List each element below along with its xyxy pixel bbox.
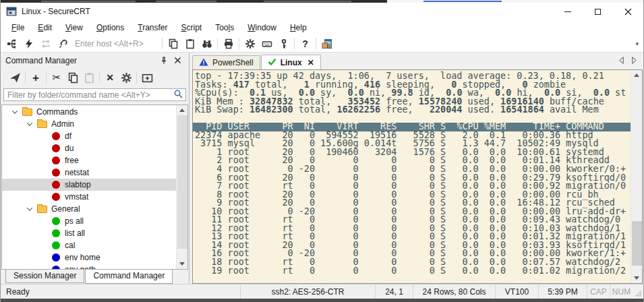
filter-input[interactable] (6, 90, 173, 100)
panel-header: Command Manager (1, 53, 189, 68)
tree-item-label: env path (65, 265, 96, 270)
session-tab-linux[interactable]: Linux✕ (261, 55, 321, 69)
menu-help[interactable]: Help (283, 21, 314, 34)
scroll-down-icon[interactable] (177, 259, 187, 269)
tree-command[interactable]: du (2, 142, 176, 154)
chevron-down-icon[interactable] (22, 122, 37, 126)
session-options-icon[interactable] (318, 36, 335, 52)
toolbar-separator (99, 72, 100, 84)
command-dot-icon (52, 132, 60, 140)
tree-folder[interactable]: Commands (2, 106, 176, 118)
menu-script[interactable]: Script (175, 21, 209, 34)
tree-command[interactable]: df (2, 130, 176, 142)
background-link-fragment (423, 1, 502, 2)
scroll-up-icon[interactable] (177, 105, 187, 115)
warning-icon: ! (199, 58, 208, 68)
session-tabbar: !PowerShellLinux✕ (192, 55, 321, 69)
maximize-button[interactable] (583, 3, 613, 20)
menu-file[interactable]: File (5, 21, 31, 34)
tree-command[interactable]: ps all (2, 215, 176, 227)
print-icon[interactable] (220, 36, 237, 52)
scroll-down-icon[interactable] (631, 273, 642, 283)
options-gear-icon[interactable] (241, 36, 258, 52)
terminal-screen[interactable]: top - 17:39:35 up 42 days, 1:06, 7 users… (193, 70, 631, 283)
tree-command[interactable]: vmstat (2, 191, 176, 203)
tab-scroll-right-icon[interactable] (632, 57, 637, 66)
menu-transfer[interactable]: Transfer (131, 21, 174, 34)
tab-scroll-left-icon[interactable] (619, 57, 624, 66)
session-manager-icon[interactable] (3, 36, 20, 52)
toolbar-overflow-icon[interactable]: ▾ (635, 40, 639, 47)
command-dot-icon (52, 169, 60, 177)
toolbar-separator (294, 38, 295, 49)
cut-icon[interactable]: ✂ (49, 70, 65, 85)
command-dot-icon (52, 241, 60, 249)
panel-close-icon[interactable] (171, 55, 184, 67)
menu-window[interactable]: Window (241, 21, 283, 34)
menu-options[interactable]: Options (90, 21, 131, 34)
pin-icon[interactable] (157, 55, 171, 67)
scroll-thumb[interactable] (632, 221, 642, 266)
status-segments: ssh2: AES-256-CTR24, 124 Rows, 80 ColsVT… (240, 284, 633, 299)
paste-icon[interactable] (81, 70, 97, 85)
new-folder-icon[interactable] (139, 70, 155, 85)
search-icon (173, 89, 183, 101)
panel-tab-session-manager[interactable]: Session Manager (5, 270, 84, 283)
status-bar: Ready ssh2: AES-256-CTR24, 124 Rows, 80 … (1, 284, 643, 299)
paste-icon[interactable] (181, 36, 198, 52)
menu-edit[interactable]: Edit (31, 21, 59, 34)
toolbar-separator (25, 72, 26, 84)
add-command-icon[interactable]: + (28, 70, 44, 85)
tree-command[interactable]: list all (2, 227, 176, 239)
scroll-up-icon[interactable] (631, 70, 642, 80)
copy-icon[interactable] (65, 70, 81, 85)
help-icon[interactable]: ? (297, 36, 314, 52)
delete-icon[interactable]: ✕ (102, 70, 118, 85)
command-toolbar: + ✂ ✕ (1, 68, 189, 87)
tree-command[interactable]: slabtop (2, 179, 176, 191)
host-input[interactable] (74, 38, 160, 49)
scroll-thumb[interactable] (177, 115, 187, 249)
status-ready: Ready (1, 284, 240, 299)
tree-item-label: list all (65, 229, 85, 238)
tree-folder[interactable]: Admin (2, 118, 176, 130)
tree-command[interactable]: env path (2, 264, 176, 270)
tree-item-label: slabtop (65, 180, 91, 189)
terminal-scrollbar[interactable] (631, 70, 642, 283)
reconnect-icon[interactable] (37, 36, 54, 52)
tree-item-label: Commands (36, 107, 78, 117)
session-tab-powershell[interactable]: !PowerShell (192, 55, 260, 69)
menu-tools[interactable]: Tools (208, 21, 241, 34)
tree-command[interactable]: free (2, 154, 176, 167)
menu-view[interactable]: View (59, 21, 90, 34)
resize-grip[interactable] (633, 284, 643, 299)
tree-command[interactable]: env home (2, 251, 176, 264)
background-dark-strip (1, 0, 387, 3)
disconnect-icon[interactable] (54, 36, 71, 52)
tree-command[interactable]: netstat (2, 167, 176, 179)
tab-close-icon[interactable]: ✕ (308, 58, 314, 67)
panel-tab-command-manager[interactable]: Command Manager (85, 270, 173, 284)
securecrt-window: Linux - SecureCRT FileEditViewOptionsTra… (0, 0, 644, 302)
status-segment: 24 Rows, 80 Cols (413, 284, 495, 299)
minimize-button[interactable] (552, 3, 583, 20)
send-command-icon[interactable] (7, 70, 23, 85)
tree-scrollbar[interactable] (176, 105, 187, 269)
key-icon[interactable] (275, 36, 292, 52)
tree-item-label: du (65, 144, 74, 153)
tree-item-label: free (65, 156, 79, 165)
tree-folder[interactable]: General (2, 203, 176, 215)
command-tree-container: CommandsAdmindfdufreenetstatslabtopvmsta… (1, 104, 188, 270)
folder-icon (37, 121, 47, 128)
close-button[interactable] (613, 3, 643, 20)
keymap-keyboard-icon[interactable] (258, 36, 275, 52)
folder-icon (37, 206, 47, 213)
chevron-down-icon[interactable] (22, 207, 37, 211)
copy-icon[interactable] (165, 36, 181, 52)
settings-gear-icon[interactable] (118, 70, 134, 85)
find-icon[interactable] (198, 36, 215, 52)
chevron-down-icon[interactable] (7, 110, 22, 114)
tree-command[interactable]: cal (2, 239, 176, 251)
quick-connect-icon[interactable] (20, 36, 37, 52)
tree-item-label: General (51, 204, 80, 214)
